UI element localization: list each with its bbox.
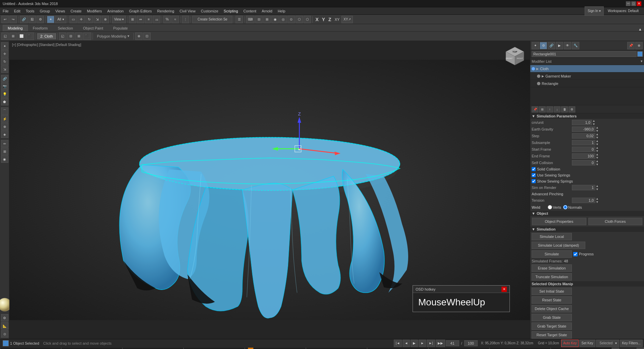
mod-row-btn8[interactable]: ⬛ xyxy=(83,33,91,40)
reset-state-button[interactable]: Reset State xyxy=(532,296,572,304)
panel-icon-motion[interactable]: ▶ xyxy=(556,42,563,49)
simulate-button[interactable]: Simulate xyxy=(532,250,572,258)
mod-row-extra1[interactable]: ⊕ xyxy=(135,33,143,40)
left-btn-geo[interactable]: ⬟ xyxy=(1,98,8,105)
bind-button[interactable]: ⚙ xyxy=(37,16,44,23)
modifier-item-rectangle[interactable]: Rectangle xyxy=(530,80,644,87)
left-btn-iso[interactable]: ◉ xyxy=(1,155,8,163)
view-dropdown[interactable]: View ▾ xyxy=(112,16,126,23)
normals-radio-label[interactable]: Normals xyxy=(563,205,582,209)
grab-target-state-button[interactable]: Grab Target State xyxy=(532,322,572,330)
left-btn-tape[interactable]: ⚡ xyxy=(1,115,8,122)
sim-on-render-spinner[interactable]: ▲▼ xyxy=(596,184,600,191)
menu-arnold[interactable]: Arnold xyxy=(259,7,275,15)
menu-edit[interactable]: Edit xyxy=(11,7,23,15)
named-sel-button[interactable]: ☰ xyxy=(235,16,243,23)
menu-animation[interactable]: Animation xyxy=(105,7,126,15)
simulate-local-damped-button[interactable]: Simulate Local (damped) xyxy=(532,242,585,249)
select-button[interactable]: ✦ xyxy=(47,16,54,23)
menu-tools[interactable]: Tools xyxy=(23,7,37,15)
mod-options-button[interactable]: ⚙ xyxy=(569,106,575,112)
sim-on-render-input[interactable] xyxy=(572,185,595,190)
mod-row-btn4[interactable]: ⬛ xyxy=(26,33,34,40)
filter-dropdown[interactable]: All▾ xyxy=(55,16,66,23)
play-button[interactable]: ▶ xyxy=(411,340,418,347)
total-frame-input[interactable] xyxy=(464,340,478,346)
mod-move-up-button[interactable]: ↑ xyxy=(546,106,553,112)
panel-icon-modify[interactable]: ⚙ xyxy=(540,42,547,49)
set-key-button[interactable]: Set Key xyxy=(579,340,595,347)
left-btn-rotate[interactable]: ↻ xyxy=(1,58,8,65)
layout-button[interactable]: ⊟ xyxy=(255,16,263,23)
left-btn-paint[interactable]: ✏ xyxy=(1,140,8,147)
delete-object-cache-button[interactable]: Delete Object Cache xyxy=(532,305,572,312)
ribbon-collapse-btn[interactable]: ▲ xyxy=(636,27,644,31)
start-frame-spinner[interactable]: ▲▼ xyxy=(596,146,600,153)
menu-graph-editors[interactable]: Graph Editors xyxy=(126,7,155,15)
left-btn-scale[interactable]: ⇲ xyxy=(1,65,8,73)
left-btn-snap[interactable]: ⊞ xyxy=(1,148,8,155)
selected-dropdown[interactable]: Selected▾ xyxy=(596,340,620,347)
snap-button[interactable]: ⊕ xyxy=(102,16,109,23)
scale-button[interactable]: ⇲ xyxy=(94,16,101,23)
verts-radio[interactable] xyxy=(548,205,552,209)
menu-civil-view[interactable]: Civil View xyxy=(177,7,198,15)
object-name-input[interactable] xyxy=(532,51,637,57)
render2-button[interactable]: ◎ xyxy=(279,16,287,23)
mod-configure-button[interactable]: ⊞ xyxy=(539,106,546,112)
mod-row-extra2[interactable]: ⊡ xyxy=(143,33,151,40)
keyboard-button[interactable]: ⌨ xyxy=(246,16,255,23)
select-rect-button[interactable]: ▭ xyxy=(69,16,77,23)
timeline-ruler[interactable]: 0 10 20 30 40 50 60 70 80 90 1 xyxy=(0,348,612,349)
close-button[interactable]: ✕ xyxy=(637,1,641,6)
panel-icon-display[interactable]: 👁 xyxy=(564,42,571,49)
mod-row-btn6[interactable]: ⊟ xyxy=(67,33,74,40)
percent-button[interactable]: % xyxy=(163,16,171,23)
mod-row-btn7[interactable]: ⊞ xyxy=(75,33,83,40)
yz-button[interactable]: XY↗ xyxy=(341,16,353,23)
tab-populate[interactable]: Populate xyxy=(108,25,132,31)
mod-row-btn3[interactable]: ⬜ xyxy=(17,33,25,40)
solid-collision-checkbox[interactable] xyxy=(532,167,536,171)
mod-move-down-button[interactable]: ↓ xyxy=(554,106,560,112)
object-properties-button[interactable]: Object Properties xyxy=(532,218,586,225)
panel-pin-button[interactable]: 📌 xyxy=(627,42,635,49)
select-move-button[interactable]: ✛ xyxy=(77,16,85,23)
modifier-item-cloth[interactable]: ▶ Cloth xyxy=(530,65,644,72)
modifier-list-dropdown[interactable]: ▾ xyxy=(641,59,643,63)
tension-spinner[interactable]: ▲▼ xyxy=(596,197,600,204)
align-button[interactable]: ≡ xyxy=(145,16,152,23)
sign-in-button[interactable]: Sign In ▾ xyxy=(585,6,604,16)
current-frame-input[interactable] xyxy=(446,340,459,346)
render4-button[interactable]: ⬡ xyxy=(296,16,303,23)
start-frame-input[interactable] xyxy=(572,147,595,152)
auto-key-button[interactable]: Auto Key xyxy=(561,340,579,347)
cmunit-spinner[interactable]: ▲▼ xyxy=(592,119,596,126)
menu-content[interactable]: Content xyxy=(241,7,259,15)
step-input[interactable] xyxy=(572,133,595,139)
set-initial-state-button[interactable]: Set Initial State xyxy=(532,288,572,295)
go-end-button[interactable]: ►| xyxy=(427,340,435,347)
left-btn-helper[interactable]: ⊕ xyxy=(1,123,8,130)
cmunit-input[interactable] xyxy=(572,120,592,125)
next-frame-button[interactable]: ► xyxy=(419,340,426,347)
menu-scripting[interactable]: Scripting xyxy=(221,7,241,15)
gravity-input[interactable] xyxy=(572,127,595,132)
viewport[interactable]: [+] [Orthographic] [Standard] [Default S… xyxy=(9,41,530,339)
cloth-forces-button[interactable]: Cloth Forces xyxy=(588,218,643,225)
menu-views[interactable]: Views xyxy=(53,7,68,15)
visibility-icon-cloth[interactable] xyxy=(532,67,535,70)
end-frame-spinner[interactable]: ▲▼ xyxy=(596,153,600,159)
mod-row-btn5[interactable]: ◱ xyxy=(59,33,66,40)
minimize-button[interactable]: ─ xyxy=(626,1,631,6)
menu-rendering[interactable]: Rendering xyxy=(155,7,177,15)
tension-input[interactable] xyxy=(572,198,595,203)
menu-group[interactable]: Group xyxy=(37,7,53,15)
normals-radio[interactable] xyxy=(563,205,568,209)
menu-modifiers[interactable]: Modifiers xyxy=(84,7,105,15)
object-color-swatch[interactable] xyxy=(637,51,643,57)
maximize-button[interactable]: □ xyxy=(631,1,636,6)
show-sewing-checkbox[interactable] xyxy=(532,179,536,183)
go-start-button[interactable]: |◄ xyxy=(394,340,402,347)
panel-icon-utility[interactable]: 🔧 xyxy=(572,42,579,49)
